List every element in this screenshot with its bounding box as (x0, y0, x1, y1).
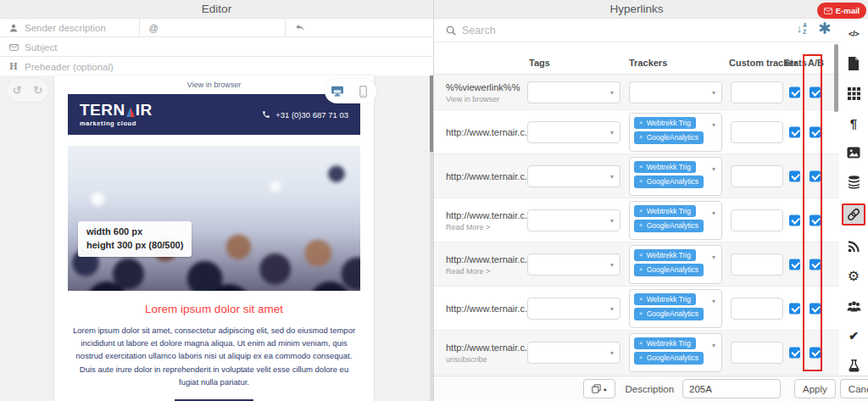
users-icon[interactable] (845, 298, 862, 315)
ab-checkbox[interactable] (810, 170, 821, 181)
tracker-chip[interactable]: ×GoogleAnalytics (634, 352, 704, 365)
search-input[interactable] (462, 25, 839, 36)
editor-canvas-area: View in browser TERN IR marketing cloud … (0, 75, 433, 401)
flask-icon[interactable] (845, 357, 862, 374)
mobile-preview-button[interactable] (352, 79, 376, 103)
chip-remove-icon[interactable]: × (639, 134, 643, 141)
ab-checkbox[interactable] (810, 86, 821, 97)
tags-dropdown[interactable]: ▾ (527, 253, 620, 276)
stats-checkbox[interactable] (789, 347, 800, 358)
reply-to-field-wrap[interactable] (286, 19, 433, 36)
chip-remove-icon[interactable]: × (639, 208, 643, 214)
grid-icon[interactable] (845, 85, 862, 102)
tracker-chip[interactable]: ×GoogleAnalytics (634, 175, 704, 188)
custom-tracker-input[interactable] (731, 253, 783, 276)
subject-row[interactable]: Subject (0, 38, 433, 57)
asterisk-icon[interactable] (819, 22, 831, 34)
custom-tracker-input[interactable] (731, 81, 783, 103)
trackers-dropdown[interactable]: ▾ ×Webtrekk Trig ×GoogleAnalytics (629, 113, 722, 152)
tags-dropdown[interactable]: ▾ (527, 298, 620, 320)
stats-checkbox[interactable] (789, 86, 800, 97)
rss-icon[interactable] (845, 238, 862, 255)
gear-icon[interactable]: ⚙ (845, 268, 862, 285)
trackers-dropdown[interactable]: ▾ ×Webtrekk Trig ×GoogleAnalytics (629, 157, 722, 196)
stats-checkbox[interactable] (789, 303, 800, 314)
custom-tracker-input[interactable] (731, 209, 783, 231)
cancel-button[interactable]: Cancel (840, 379, 868, 398)
link-cell: http://www.ternair.c... Read More > (446, 209, 524, 231)
trackers-dropdown[interactable]: ▾ ×Webtrekk Trig ×GoogleAnalytics (629, 289, 722, 328)
chip-remove-icon[interactable]: × (639, 340, 643, 347)
description-input[interactable] (682, 379, 781, 398)
trackers-dropdown[interactable]: ▾ (629, 81, 722, 103)
phone-icon (262, 110, 270, 119)
custom-tracker-input[interactable] (731, 121, 783, 143)
chip-remove-icon[interactable]: × (639, 120, 643, 126)
sender-email-field-wrap[interactable]: @ (140, 19, 286, 36)
sender-field-wrap[interactable]: Sender description (0, 19, 140, 36)
device-preview-toggle (325, 79, 376, 103)
tracker-chip[interactable]: ×GoogleAnalytics (634, 220, 704, 232)
tracker-chip[interactable]: ×Webtrekk Trig (634, 337, 696, 350)
tracker-chip[interactable]: ×GoogleAnalytics (634, 264, 704, 276)
chip-remove-icon[interactable]: × (639, 222, 643, 229)
tracker-chip[interactable]: ×Webtrekk Trig (634, 117, 696, 130)
custom-tracker-input[interactable] (731, 165, 783, 187)
table-row: http://www.ternair.c... ▾ ▾ ×Webtrekk Tr… (434, 154, 839, 198)
tags-dropdown[interactable]: ▾ (527, 342, 620, 364)
copy-menu-button[interactable]: ▴ (583, 379, 615, 398)
custom-tracker-input[interactable] (731, 298, 783, 320)
hyperlinks-scrollbar[interactable] (834, 44, 838, 112)
ab-checkbox[interactable] (810, 303, 821, 314)
database-icon[interactable] (845, 174, 862, 191)
tags-dropdown[interactable]: ▾ (527, 165, 620, 187)
tracker-chip[interactable]: ×GoogleAnalytics (634, 131, 704, 144)
link-icon[interactable] (842, 203, 865, 226)
paragraph-icon[interactable]: ¶ (845, 114, 862, 131)
trackers-dropdown[interactable]: ▾ ×Webtrekk Trig ×GoogleAnalytics (629, 201, 722, 240)
tags-dropdown[interactable]: ▾ (527, 81, 620, 103)
footer-bar: ▴ Description Apply Cancel Save (434, 376, 868, 401)
trackers-dropdown[interactable]: ▾ ×Webtrekk Trig ×GoogleAnalytics (629, 245, 722, 284)
chip-remove-icon[interactable]: × (639, 164, 643, 170)
link-sublabel: unsubscribe (446, 354, 524, 363)
ab-checkbox[interactable] (810, 126, 821, 137)
stats-checkbox[interactable] (789, 259, 800, 270)
tags-dropdown[interactable]: ▾ (527, 209, 620, 231)
custom-tracker-input[interactable] (731, 342, 783, 364)
redo-icon[interactable]: ↻ (33, 85, 42, 96)
chip-remove-icon[interactable]: × (639, 266, 643, 273)
tags-dropdown[interactable]: ▾ (527, 121, 620, 143)
phone-number: +31 (0)30 687 71 03 (262, 110, 348, 120)
check-icon[interactable]: ✔ (845, 327, 862, 344)
tracker-chip[interactable]: ×GoogleAnalytics (634, 308, 704, 320)
email-button[interactable]: E-mail (817, 3, 866, 19)
stats-checkbox[interactable] (789, 170, 800, 181)
sort-az-icon[interactable]: ↓ AZ (797, 22, 807, 35)
chip-remove-icon[interactable]: × (639, 296, 643, 303)
chip-remove-icon[interactable]: × (639, 310, 643, 317)
tracker-chip[interactable]: ×Webtrekk Trig (634, 293, 696, 306)
hero-image[interactable]: width 600 px height 300 px (80/500) (68, 146, 360, 291)
ab-checkbox[interactable] (810, 259, 821, 270)
ab-checkbox[interactable] (810, 214, 821, 226)
ab-checkbox[interactable] (810, 347, 821, 358)
preheader-row[interactable]: H Preheader (optional) (0, 58, 433, 76)
apply-button[interactable]: Apply (794, 379, 836, 398)
stats-checkbox[interactable] (789, 126, 800, 137)
tracker-chip[interactable]: ×Webtrekk Trig (634, 249, 696, 262)
file-icon[interactable] (845, 55, 862, 72)
stats-checkbox[interactable] (789, 214, 800, 226)
desktop-preview-button[interactable] (326, 79, 349, 103)
code-icon[interactable]: </> (845, 25, 862, 42)
link-cell: http://www.ternair.c... (446, 127, 524, 137)
undo-icon[interactable]: ↺ (13, 85, 22, 96)
tracker-chip[interactable]: ×Webtrekk Trig (634, 205, 696, 218)
chip-remove-icon[interactable]: × (639, 178, 643, 185)
logo-text-left: TERN (80, 102, 125, 118)
chip-remove-icon[interactable]: × (639, 252, 643, 259)
chip-remove-icon[interactable]: × (639, 354, 643, 361)
image-icon[interactable] (845, 144, 862, 161)
tracker-chip[interactable]: ×Webtrekk Trig (634, 161, 696, 174)
trackers-dropdown[interactable]: ▾ ×Webtrekk Trig ×GoogleAnalytics (629, 333, 722, 372)
